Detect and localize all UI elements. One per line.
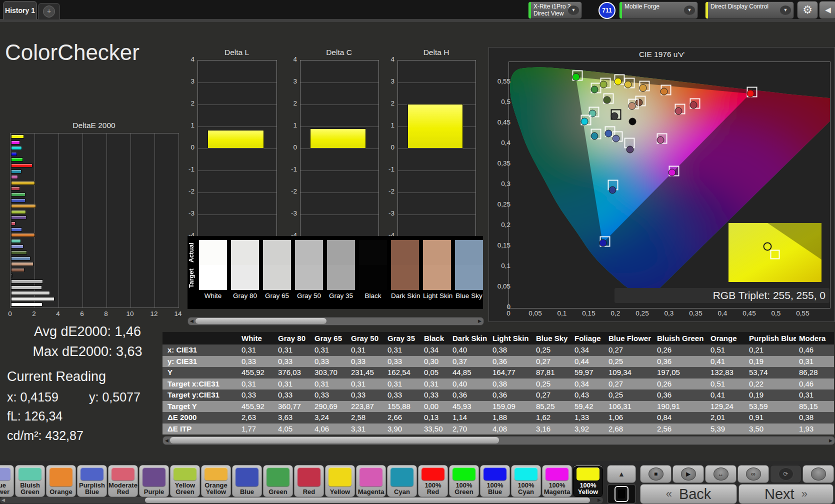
cell: 303,70 xyxy=(312,367,348,378)
cell: 0,25 xyxy=(533,344,572,356)
col-header-gray-50: Gray 50 xyxy=(348,332,384,344)
y-tick: 0 xyxy=(182,144,194,151)
loop-button[interactable]: ∞ xyxy=(738,465,769,483)
gridline xyxy=(398,192,476,193)
bar-fill xyxy=(11,297,54,301)
cell: 0,19 xyxy=(746,390,796,401)
patch-swatch xyxy=(390,468,414,486)
collapse-panel-button[interactable]: ◀ xyxy=(819,1,835,19)
y-tick: 0 xyxy=(382,144,394,151)
y-tick: -3 xyxy=(382,210,394,217)
cell: 1,88 xyxy=(490,412,533,424)
patch-button-blue-flower[interactable]: BlueFlower xyxy=(0,465,14,497)
target-swatch xyxy=(263,265,291,290)
table-scrollbar[interactable]: ◀ ▶ xyxy=(162,436,835,445)
gridline xyxy=(300,148,378,149)
meter-dropdown[interactable]: X-Rite i1Pro 3Direct View ▼ xyxy=(528,2,582,19)
compare-patch-gray-50 xyxy=(295,240,323,290)
patch-button-purple[interactable]: Purple xyxy=(139,465,169,497)
actual-swatch xyxy=(423,240,451,265)
patch-button-bluish-green[interactable]: BluishGreen xyxy=(15,465,45,497)
add-tab-button[interactable]: + xyxy=(38,3,60,20)
patch-label: 100%Magenta xyxy=(542,482,572,496)
cell: 59,42 xyxy=(572,401,606,412)
compare-patch-gray-65 xyxy=(263,240,291,290)
pattern-up-button[interactable]: ▲ xyxy=(607,465,636,483)
deltaH-chart xyxy=(398,60,476,237)
patch-button-100-blue[interactable]: 100%Blue xyxy=(480,465,510,497)
gridline xyxy=(198,214,276,215)
next-button[interactable]: Next » xyxy=(738,484,834,504)
settings-button[interactable]: ⚙ xyxy=(797,1,818,19)
cie-point-light-skin xyxy=(628,102,636,110)
patch-button-orange-yellow[interactable]: OrangeYellow xyxy=(201,465,231,497)
cie-point-red xyxy=(690,102,698,109)
patch-swatch xyxy=(514,468,538,480)
compare-patch-label: White xyxy=(199,292,227,300)
cie-y-tick: 0,2 xyxy=(492,221,510,228)
blank-icon xyxy=(811,468,826,480)
meter-label: X-Rite i1Pro 3Direct View xyxy=(534,3,571,17)
patch-button-moderate-red[interactable]: ModerateRed xyxy=(108,465,138,497)
cell: 0,36 xyxy=(450,390,490,401)
cell: 164,77 xyxy=(490,367,533,378)
range-button[interactable]: ↔ xyxy=(705,465,736,483)
bar-fill xyxy=(11,274,12,278)
patch-button-100-green[interactable]: 100%Green xyxy=(449,465,479,497)
gridline xyxy=(398,82,476,83)
cie-x-tick: 0 xyxy=(506,310,510,317)
back-button[interactable]: « Back xyxy=(640,484,737,504)
cell: 0,33 xyxy=(384,390,421,401)
deltaH-bar xyxy=(408,104,464,148)
cell: 0,31 xyxy=(384,344,421,356)
cie-point-moderate-red xyxy=(675,107,682,114)
gridline xyxy=(106,134,107,308)
cell: 0,22 xyxy=(746,378,796,390)
patch-row-scrollbar[interactable]: ◀ ▶ xyxy=(0,497,603,504)
x-tick: 6 xyxy=(80,310,84,318)
reading-fl: fL: 126,34 xyxy=(7,409,62,424)
refresh-button[interactable]: ⟳ xyxy=(770,465,802,483)
source-dropdown[interactable]: Mobile Forge ▼ xyxy=(619,2,698,19)
target-swatch xyxy=(327,265,355,290)
patch-button-yellow[interactable]: Yellow xyxy=(325,465,355,497)
deltaL-chart xyxy=(198,60,277,237)
cie-point-100-cyan xyxy=(580,118,588,125)
patch-button-blue[interactable]: Blue xyxy=(232,465,262,497)
patch-strip-scrollbar[interactable]: ◀ ▶ xyxy=(188,317,484,326)
cell: 106,31 xyxy=(606,401,654,412)
blank-button[interactable] xyxy=(802,465,834,483)
patch-button-green[interactable]: Green xyxy=(263,465,293,497)
patch-button-red[interactable]: Red xyxy=(294,465,324,497)
display-control-dropdown[interactable]: Direct Display Control ▼ xyxy=(705,2,794,19)
compare-patch-label: Gray 35 xyxy=(327,292,355,300)
cell: 0,33 xyxy=(312,356,348,368)
patch-button-100-red[interactable]: 100%Red xyxy=(418,465,448,497)
patch-button-cyan[interactable]: Cyan xyxy=(387,465,417,497)
patch-button-purplish-blue[interactable]: PurplishBlue xyxy=(77,465,107,497)
y-tick: -1 xyxy=(382,166,394,173)
patch-label: Purple xyxy=(140,488,168,496)
patch-button-100-magenta[interactable]: 100%Magenta xyxy=(542,465,572,497)
bar-fill xyxy=(11,134,24,138)
patch-label: Magenta xyxy=(356,488,386,496)
compare-patch-light-skin xyxy=(423,240,451,290)
stop-button[interactable]: ■ xyxy=(640,465,672,483)
patch-button-orange[interactable]: Orange xyxy=(46,465,76,497)
patch-label: Cyan xyxy=(388,488,416,496)
tab-history-1[interactable]: History 1 xyxy=(3,1,37,20)
play-button[interactable]: ▶ xyxy=(672,465,704,483)
deltae-bar-purplish-blue xyxy=(11,228,22,232)
cell: 0,33 xyxy=(312,390,348,401)
y-tick: -3 xyxy=(284,210,297,217)
patch-button-100-cyan[interactable]: 100%Cyan xyxy=(511,465,541,497)
compare-patch-gray-35 xyxy=(327,240,355,290)
cell: 4,08 xyxy=(490,424,533,435)
patch-button-100-yellow[interactable]: 100%Yellow xyxy=(573,465,603,497)
patch-button-yellow-green[interactable]: YellowGreen xyxy=(170,465,200,497)
patch-button-magenta[interactable]: Magenta xyxy=(356,465,386,497)
compare-patch-black xyxy=(359,240,387,290)
bar-fill xyxy=(11,170,22,174)
patch-label: PurplishBlue xyxy=(78,482,106,496)
pattern-window-button[interactable] xyxy=(607,484,636,504)
